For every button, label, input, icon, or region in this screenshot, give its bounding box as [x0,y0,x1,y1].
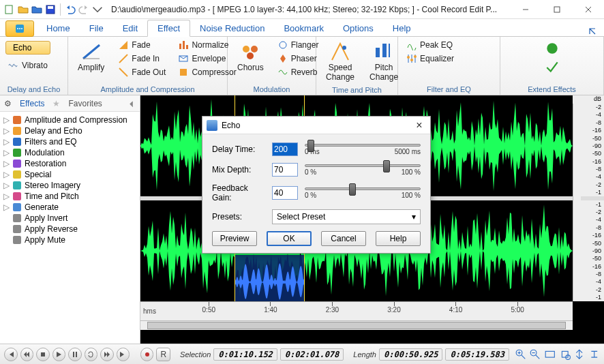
undo-icon[interactable] [65,4,76,15]
save-icon[interactable] [45,4,56,15]
tab-effect[interactable]: Effect [147,20,190,37]
maximize-button[interactable] [541,0,573,19]
expand-icon[interactable]: ▷ [3,181,10,190]
pitch-change-button[interactable]: Pitch Change [365,38,402,85]
reverb-button[interactable]: Reverb [275,65,322,79]
expand-icon[interactable]: ▷ [3,170,10,179]
tab-options[interactable]: Options [333,20,383,36]
phaser-button[interactable]: Phaser [275,52,322,65]
open-icon[interactable] [18,4,29,15]
mix-depth-slider[interactable] [305,164,421,167]
flanger-button[interactable]: Flanger [275,38,322,52]
rewind-button[interactable] [20,348,34,361]
presets-select[interactable]: Select Preset▾ [272,209,421,224]
zoom-out-v-icon[interactable] [588,348,601,361]
tree-item[interactable]: ▷Time and Pitch [1,191,138,202]
new-icon[interactable] [4,4,15,15]
vertical-scrollbar[interactable] [573,95,581,301]
tree-item[interactable]: ▷Special [1,169,138,180]
feedback-gain-input[interactable] [272,186,298,200]
record-toggle-button[interactable]: R [156,348,170,361]
dialog-close-button[interactable]: × [412,119,426,132]
sidebar-collapse-icon[interactable]: ⏴ [127,99,136,108]
expand-icon[interactable]: ▷ [3,148,10,157]
tab-bookmark[interactable]: Bookmark [274,20,333,36]
fb-max-label: 100 % [402,192,421,199]
expand-icon[interactable]: ▷ [3,202,10,212]
delay-time-slider[interactable] [305,144,421,147]
forward-button[interactable] [100,348,114,361]
equalizer-button[interactable]: Equalizer [404,52,457,65]
help-icon[interactable] [588,27,597,36]
skip-end-button[interactable] [117,348,130,361]
delay-time-input[interactable] [272,142,298,156]
tree-item[interactable]: ▷Stereo Imagery [1,180,138,191]
tree-item[interactable]: ▷Generate [1,202,138,213]
sidebar-tab-favorites[interactable]: Favorites [68,99,102,108]
record-button[interactable] [140,348,154,361]
expand-icon[interactable]: ▷ [3,115,10,125]
tree-item[interactable]: ▷Delay and Echo [1,125,138,136]
zoom-fit-icon[interactable] [544,348,556,361]
tab-noise-reduction[interactable]: Noise Reduction [190,20,274,36]
chorus-button[interactable]: Chorus [233,38,268,75]
group-extend: Extend Effects [506,84,598,95]
redo-icon[interactable] [78,4,89,15]
fadein-button[interactable]: Fade In [115,52,168,65]
expand-icon[interactable]: ▷ [3,159,10,168]
sidebar-tab-favorites-icon[interactable]: ★ [52,99,60,108]
cancel-button[interactable]: Cancel [321,231,366,246]
tree-item[interactable]: ▷Modulation [1,147,138,158]
tab-edit[interactable]: Edit [113,20,147,36]
expand-icon[interactable]: ▷ [3,192,10,201]
delay-time-label: Delay Time: [212,145,265,154]
fade-button[interactable]: Fade [115,38,168,52]
zoom-in-v-icon[interactable] [573,348,586,361]
qat-dropdown-icon[interactable] [92,4,103,15]
ok-button[interactable]: OK [267,231,312,246]
close-button[interactable] [573,0,604,19]
horizontal-scrollbar[interactable] [140,320,573,330]
echo-button[interactable]: Echo [5,41,50,55]
svg-point-6 [17,28,18,29]
speed-change-button[interactable]: Speed Change [322,38,359,85]
tree-item[interactable]: Apply Reverse [1,224,138,234]
sidebar-tab-effects[interactable]: Effects [20,99,44,108]
amplify-button[interactable]: Amplify [74,38,108,75]
skip-start-button[interactable] [4,348,18,361]
tree-item[interactable]: Apply Mute [1,234,138,245]
expand-icon[interactable]: ▷ [3,137,10,147]
loop-button[interactable] [85,348,98,361]
fadeout-button[interactable]: Fade Out [115,65,168,79]
tab-help[interactable]: Help [383,20,421,36]
zoom-in-h-icon[interactable] [515,348,527,361]
zoom-out-h-icon[interactable] [529,348,541,361]
tab-home[interactable]: Home [37,20,80,36]
fadeout-icon [118,67,129,78]
minimize-button[interactable] [510,0,541,19]
tree-item[interactable]: ▷Restoration [1,158,138,169]
feedback-gain-slider[interactable] [305,187,421,190]
zoom-sel-icon[interactable] [559,348,571,361]
time-ruler[interactable]: hms 0:501:402:303:204:105:00 [140,301,573,320]
stop-button[interactable] [36,348,50,361]
tab-file[interactable]: File [80,20,113,36]
tree-item[interactable]: Apply Invert [1,213,138,224]
import-icon[interactable] [31,4,42,15]
play-button[interactable] [52,348,66,361]
pause-button[interactable] [68,348,82,361]
tree-item[interactable]: ▷Amplitude and Compression [1,115,138,125]
dialog-titlebar[interactable]: Echo × [202,117,430,134]
expand-icon[interactable]: ▷ [3,126,10,136]
preview-button[interactable]: Preview [212,231,257,246]
mix-depth-input[interactable] [272,163,298,177]
sidebar-tab-effects-icon[interactable]: ⚙ [4,99,12,108]
extend-2-icon[interactable] [545,60,560,75]
vibrato-button[interactable]: Vibrato [5,59,50,72]
peakeq-button[interactable]: Peak EQ [404,38,457,52]
app-menu-button[interactable] [5,20,34,37]
tree-item[interactable]: ▷Filters and EQ [1,136,138,147]
help-button[interactable]: Help [376,231,421,246]
effects-tree[interactable]: ▷Amplitude and Compression▷Delay and Ech… [0,112,140,344]
extend-1-icon[interactable] [545,41,560,56]
